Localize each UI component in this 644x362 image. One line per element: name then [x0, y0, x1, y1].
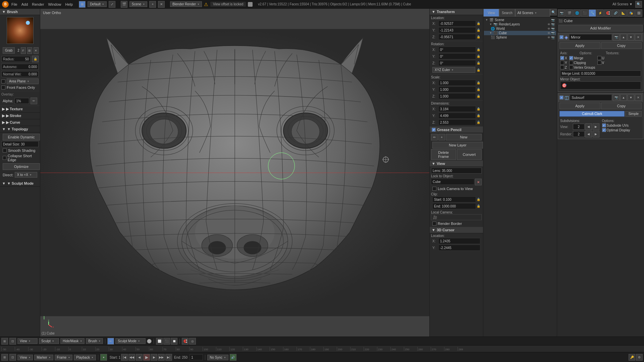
euler-dropdown[interactable]: XYZ Euler	[432, 67, 475, 73]
prop-tab-particles[interactable]: ⚡	[596, 9, 604, 17]
gp-new-btn[interactable]: New	[446, 134, 482, 140]
normal-wei-field[interactable]: Normal Wei: 0.000	[1, 71, 39, 77]
brush-dropdown[interactable]: Brush	[86, 338, 103, 344]
smooth-shading-checkbox[interactable]	[3, 148, 7, 153]
lens-field[interactable]: Lens: 35.000	[431, 168, 482, 174]
draw-solid[interactable]: ⬜	[156, 338, 163, 345]
prop-tab-world[interactable]: 🌐	[573, 9, 581, 17]
last-frame-btn[interactable]: ▶|	[165, 354, 172, 361]
mode-icon2[interactable]: ⊡	[9, 338, 16, 345]
merge-limit-field[interactable]: Merge Limit: 0.001000	[560, 70, 641, 76]
scale-z-lock[interactable]: 🔒	[477, 95, 480, 98]
mirror-name-field[interactable]: Mirror	[569, 34, 612, 40]
mirror-object-field[interactable]: 🎯	[560, 81, 641, 89]
tab-search[interactable]: Search	[499, 9, 515, 17]
render-border-checkbox[interactable]	[432, 222, 436, 226]
direct-dropdown[interactable]: X to +X	[15, 172, 37, 178]
scene-action-btn[interactable]: 📷	[551, 18, 555, 22]
render-layers-render[interactable]: 📷	[551, 23, 555, 26]
draw-wire[interactable]: ⬛	[163, 338, 170, 345]
loc-x-value[interactable]: -0.92537	[438, 20, 476, 26]
object-name[interactable]: Cube	[564, 19, 573, 23]
menu-file[interactable]: File	[11, 2, 17, 6]
scene-search-icon[interactable]: 🔍	[550, 9, 557, 15]
scene-expand[interactable]: ▼	[485, 18, 488, 21]
autosmo-field[interactable]: Autosmo: 0.000	[1, 64, 39, 70]
prop-tab-modifier[interactable]: 🔧	[589, 9, 596, 17]
mirror-delete-icon[interactable]: ✕	[635, 34, 642, 41]
subsurf-apply-btn[interactable]: Apply	[559, 103, 600, 109]
search-icon[interactable]: 🔍	[635, 1, 642, 8]
render-sub-right[interactable]: ▶	[593, 131, 599, 137]
timeline-frame-dropdown[interactable]: Frame	[55, 355, 73, 360]
optimize-btn[interactable]: Optimize	[3, 163, 40, 170]
cube-item[interactable]: ▼ ⬛ Cube 👁 📷	[484, 31, 556, 35]
grab-f-btn[interactable]: F	[21, 47, 26, 54]
merge-checkbox[interactable]: ✓	[569, 56, 573, 60]
tex-v-checkbox[interactable]	[597, 61, 601, 65]
mirror-up-icon[interactable]: ▲	[620, 34, 627, 41]
dim-z-value[interactable]: 2.553	[438, 119, 476, 125]
prop-tab-scene[interactable]: 🎬	[566, 9, 573, 17]
prop-tab-object[interactable]: ⬛	[581, 9, 588, 17]
scale-z-value[interactable]: 1.000	[438, 93, 476, 99]
world-item[interactable]: 🌐 World 👁 📷	[484, 26, 556, 31]
menu-add[interactable]: Add	[21, 2, 28, 6]
timeline-settings-icon[interactable]: ⚙	[636, 354, 643, 361]
prev-frame-btn2[interactable]: ◀	[136, 354, 143, 361]
view-dropdown[interactable]: View	[17, 338, 38, 344]
rot-x-value[interactable]: 0°	[438, 47, 476, 53]
gp-convert-btn[interactable]: Convert	[457, 149, 482, 160]
sculpt-mode-dropdown[interactable]: Sculpt Mode	[115, 338, 146, 344]
rot-y-value[interactable]: 0°	[438, 53, 476, 59]
icon-grid[interactable]: ⊞	[79, 1, 86, 8]
mirror-copy-btn[interactable]: Copy	[601, 42, 642, 49]
simple-btn[interactable]: Simple	[625, 111, 642, 117]
mirror-apply-btn[interactable]: Apply	[559, 42, 600, 49]
render-sub-left[interactable]: ◀	[585, 131, 592, 137]
dim-x-value[interactable]: 3.184	[438, 106, 476, 112]
rot-z-lock[interactable]: 🔒	[477, 61, 480, 65]
local-camera-icon-row[interactable]: 🎥	[431, 214, 482, 220]
timeline-icon2[interactable]: ⊡	[9, 354, 16, 361]
collapse-short-checkbox[interactable]	[3, 156, 6, 160]
viewport[interactable]: User Ortho	[40, 9, 429, 337]
subsurf-copy-btn[interactable]: Copy	[601, 103, 642, 109]
area-plane-dropdown[interactable]: Area Plane	[7, 78, 39, 84]
prop-tab-constraints[interactable]: 🔗	[612, 9, 619, 17]
grease-pencil-checkbox[interactable]: ✓	[432, 128, 436, 132]
alpha-picker[interactable]: ✏	[31, 98, 37, 104]
timeline-playback-dropdown[interactable]: Playback	[74, 355, 96, 360]
subsurf-name-field[interactable]: Subsurf	[570, 95, 612, 101]
scale-x-lock[interactable]: 🔒	[477, 81, 480, 84]
sphere-vis[interactable]: 👁	[547, 36, 550, 39]
gp-delete-frame-btn[interactable]: Delete Frame	[431, 149, 456, 160]
render-layers-expand[interactable]: ▼	[489, 23, 492, 26]
cursor-3d-header[interactable]: ▼ 3D Cursor	[430, 227, 483, 233]
snap-icon[interactable]: 🧲	[182, 338, 189, 345]
mirror-enable-checkbox[interactable]: ✓	[559, 35, 564, 39]
grab-x-btn[interactable]: ✕	[34, 47, 39, 54]
subsurf-up-icon[interactable]: ▲	[620, 94, 627, 101]
clip-start-lock[interactable]: 🔒	[477, 198, 480, 201]
rot-x-lock[interactable]: 🔒	[477, 48, 480, 51]
stroke-header[interactable]: ▶ ▶ Stroke	[0, 113, 40, 119]
clipping-checkbox[interactable]	[569, 61, 573, 65]
mode-color-btn[interactable]	[147, 339, 152, 344]
menu-help[interactable]: Help	[65, 2, 73, 6]
euler-lock[interactable]: 🔒	[477, 68, 480, 72]
catmull-clark-btn[interactable]: Catmull-Clark	[559, 111, 625, 117]
scene-remove-btn[interactable]: ✕	[158, 1, 165, 8]
radius-lock[interactable]: 🔒	[32, 56, 39, 62]
menu-window[interactable]: Window	[48, 2, 61, 6]
enable-dynamic-btn[interactable]: Enable Dynamic	[3, 134, 40, 140]
cursor-y-value[interactable]: -2.2445	[438, 245, 480, 251]
alpha-field[interactable]: 1%	[14, 98, 29, 104]
proportional-icon[interactable]: ◎	[189, 338, 196, 345]
next-frame-btn[interactable]: ▶	[151, 354, 157, 361]
render-layers-item[interactable]: ▼ 📷 RenderLayers 👁 📷	[484, 22, 556, 26]
sphere-item[interactable]: ⬛ Sphere 👁 📷	[484, 35, 556, 40]
menu-render[interactable]: Render	[32, 2, 44, 6]
draw-tex[interactable]: 🔲	[171, 338, 177, 345]
sculpt-mode-header[interactable]: ▼ ▼ Sculpt Mode	[0, 180, 40, 187]
